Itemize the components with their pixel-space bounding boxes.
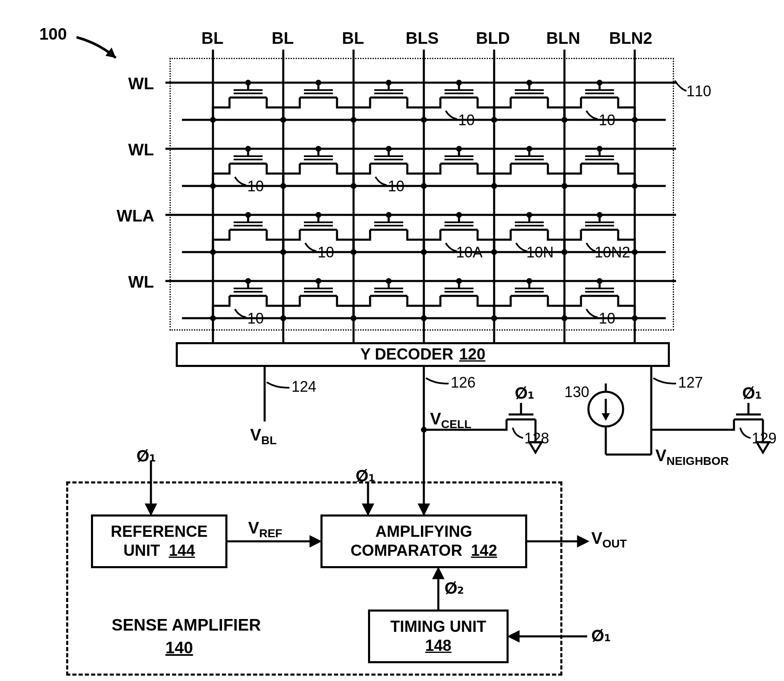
vout-label: VOUT	[591, 529, 627, 550]
sa-arrows	[8, 8, 784, 681]
phi1-refunit: Ø₁	[136, 446, 156, 465]
vref-label: VREF	[248, 519, 282, 540]
phi1-timing: Ø₁	[591, 626, 611, 645]
phi2-label: Ø₂	[445, 579, 464, 598]
phi1-comp: Ø₁	[356, 466, 375, 485]
diagram-canvas: 100 BL BL BL BLS BLD BLN BLN2 WL WL WLA …	[8, 8, 784, 681]
